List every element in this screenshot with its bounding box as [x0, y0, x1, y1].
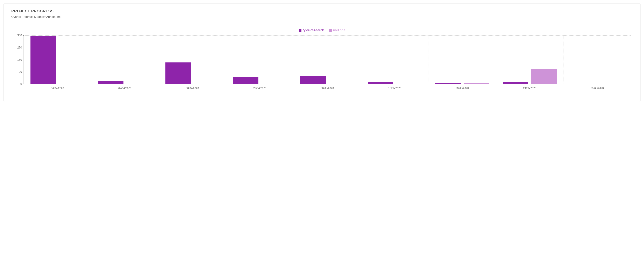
- bar-group: 25/05/2023: [564, 35, 631, 84]
- bar-melinda[interactable]: [531, 69, 557, 84]
- bar-group: 06/04/2023: [24, 35, 91, 84]
- chart-plot-area: 09018027036006/04/202307/04/202308/04/20…: [24, 35, 631, 84]
- bar-group: 07/04/2023: [91, 35, 158, 84]
- bar-group: 08/05/2023: [294, 35, 361, 84]
- bar-group: 22/04/2023: [226, 35, 294, 84]
- bar-tyler-research[interactable]: [233, 77, 258, 84]
- bar-group: 23/05/2023: [428, 35, 496, 84]
- bar-tyler-research[interactable]: [503, 82, 528, 84]
- card-header: PROJECT PROGRESS Overall Progress Made b…: [4, 4, 640, 23]
- bar-group: 16/05/2023: [361, 35, 428, 84]
- y-tick-label: 90: [19, 70, 24, 73]
- x-tick-label: 22/04/2023: [254, 84, 266, 89]
- bar-tyler-research[interactable]: [166, 62, 191, 84]
- card-title: PROJECT PROGRESS: [11, 9, 633, 14]
- x-tick-label: 07/04/2023: [118, 84, 132, 89]
- legend-swatch-icon: [329, 29, 332, 32]
- bar-tyler-research[interactable]: [368, 82, 394, 84]
- legend-label: melinda: [333, 28, 345, 32]
- x-tick-label: 08/04/2023: [186, 84, 199, 89]
- bar-tyler-research[interactable]: [30, 36, 56, 84]
- x-tick-label: 06/04/2023: [51, 84, 64, 89]
- legend-item-melinda[interactable]: melinda: [329, 28, 345, 32]
- y-tick-label: 270: [17, 46, 24, 49]
- y-tick-label: 360: [17, 34, 24, 37]
- bar-group: 08/04/2023: [159, 35, 226, 84]
- bar-tyler-research[interactable]: [98, 81, 124, 84]
- card-subtitle: Overall Progress Made by Annotators: [11, 15, 633, 19]
- x-tick-label: 08/05/2023: [321, 84, 334, 89]
- chart-container: tyler-researchmelinda 09018027036006/04/…: [4, 23, 640, 102]
- y-tick-label: 180: [17, 58, 24, 61]
- y-tick-label: 0: [20, 82, 24, 86]
- legend-label: tyler-research: [303, 28, 324, 32]
- x-tick-label: 24/05/2023: [523, 84, 536, 89]
- x-tick-label: 25/05/2023: [591, 84, 604, 89]
- project-progress-card: PROJECT PROGRESS Overall Progress Made b…: [4, 4, 640, 102]
- bar-tyler-research[interactable]: [300, 76, 326, 84]
- bar-group: 24/05/2023: [496, 35, 563, 84]
- x-tick-label: 23/05/2023: [456, 84, 469, 89]
- x-tick-label: 16/05/2023: [388, 84, 401, 89]
- chart-legend: tyler-researchmelinda: [11, 28, 633, 32]
- legend-item-tyler-research[interactable]: tyler-research: [299, 28, 324, 32]
- chart-plot: 09018027036006/04/202307/04/202308/04/20…: [11, 35, 633, 91]
- legend-swatch-icon: [299, 29, 302, 32]
